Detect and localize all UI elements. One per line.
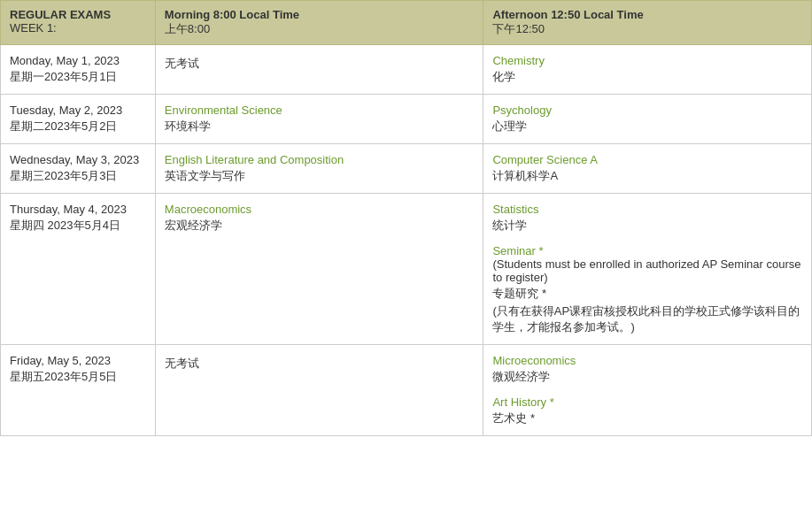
date-en: Thursday, May 4, 2023 (10, 203, 146, 216)
extra-exam-name-zh: 专题研究 * (492, 286, 802, 302)
morning-exam-cell: Environmental Science 环境科学 (155, 95, 483, 144)
afternoon-exam-name-en: Statistics (492, 203, 802, 216)
afternoon-exam-name-en: Chemistry (492, 54, 802, 67)
header-col2-line2: 上午8:00 (165, 21, 475, 37)
table-row: Friday, May 5, 2023 星期五2023年5月5日 无考试 Mic… (1, 345, 812, 436)
afternoon-exam-name-en: Microeconomics (492, 354, 802, 367)
afternoon-exam-cell: Psychology 心理学 (483, 95, 812, 144)
afternoon-exam-name-zh: 心理学 (492, 119, 802, 134)
afternoon-exam-cell: Statistics 统计学 Seminar * (Students must … (483, 194, 812, 345)
morning-exam-cell: 无考试 (155, 345, 483, 436)
morning-exam-cell: Macroeconomics 宏观经济学 (155, 194, 483, 345)
afternoon-exam-name-en: Computer Science A (492, 153, 802, 166)
extra-exam-block: Seminar * (Students must be enrolled in … (492, 244, 802, 335)
afternoon-exam-name-en: Psychology (492, 104, 802, 117)
table-row: Monday, May 1, 2023 星期一2023年5月1日 无考试 Che… (1, 45, 812, 95)
table-row: Tuesday, May 2, 2023 星期二2023年5月2日 Enviro… (1, 95, 812, 144)
morning-exam-name-en: Environmental Science (165, 104, 475, 117)
table-row: Thursday, May 4, 2023 星期四 2023年5月4日 Macr… (1, 194, 812, 345)
date-cell: Wednesday, May 3, 2023 星期三2023年5月3日 (1, 144, 156, 194)
date-zh: 星期一2023年5月1日 (10, 69, 146, 85)
header-col3-line1: Afternoon 12:50 Local Time (492, 8, 643, 21)
afternoon-exam-name-zh: 计算机科学A (492, 168, 802, 184)
header-row: REGULAR EXAMS WEEK 1: Morning 8:00 Local… (1, 1, 812, 45)
header-col2-line1: Morning 8:00 Local Time (165, 8, 299, 21)
header-col1-line1: REGULAR EXAMS (10, 8, 111, 21)
date-zh: 星期五2023年5月5日 (10, 369, 146, 385)
extra-exam-block: Art History * 艺术史 * (492, 395, 802, 426)
morning-exam-name-zh: 环境科学 (165, 119, 475, 134)
morning-exam-cell: English Literature and Composition 英语文学与… (155, 144, 483, 194)
morning-exam-name-en: English Literature and Composition (165, 153, 475, 166)
morning-exam-name-en: Macroeconomics (165, 203, 475, 216)
afternoon-exam-cell: Chemistry 化学 (483, 45, 812, 95)
no-exam-zh: 无考试 (165, 56, 475, 72)
afternoon-exam-cell: Microeconomics 微观经济学 Art History * 艺术史 * (483, 345, 812, 436)
afternoon-exam-cell: Computer Science A 计算机科学A (483, 144, 812, 194)
date-en: Monday, May 1, 2023 (10, 54, 146, 67)
table-row: Wednesday, May 3, 2023 星期三2023年5月3日 Engl… (1, 144, 812, 194)
extra-exam-name-zh: 艺术史 * (492, 411, 802, 426)
extra-exam-name-en: Art History * (492, 395, 802, 409)
date-zh: 星期四 2023年5月4日 (10, 218, 146, 234)
morning-exam-name-zh: 宏观经济学 (165, 218, 475, 234)
extra-exam-note-en: (Students must be enrolled in authorized… (492, 257, 802, 284)
extra-exam-name-en: Seminar * (492, 244, 802, 257)
afternoon-exam-name-zh: 微观经济学 (492, 369, 802, 385)
date-cell: Thursday, May 4, 2023 星期四 2023年5月4日 (1, 194, 156, 345)
morning-exam-name-zh: 英语文学与写作 (165, 168, 475, 184)
date-cell: Monday, May 1, 2023 星期一2023年5月1日 (1, 45, 156, 95)
header-col1-line2: WEEK 1: (10, 21, 146, 35)
no-exam-zh: 无考试 (165, 356, 475, 372)
header-col2: Morning 8:00 Local Time 上午8:00 (155, 1, 483, 45)
afternoon-exam-name-zh: 统计学 (492, 218, 802, 234)
schedule-table: REGULAR EXAMS WEEK 1: Morning 8:00 Local… (0, 0, 812, 436)
date-cell: Friday, May 5, 2023 星期五2023年5月5日 (1, 345, 156, 436)
afternoon-exam-name-zh: 化学 (492, 69, 802, 85)
date-zh: 星期三2023年5月3日 (10, 168, 146, 184)
header-col3-line2: 下午12:50 (492, 21, 802, 37)
date-en: Wednesday, May 3, 2023 (10, 153, 146, 166)
date-en: Friday, May 5, 2023 (10, 354, 146, 367)
morning-exam-cell: 无考试 (155, 45, 483, 95)
header-col3: Afternoon 12:50 Local Time 下午12:50 (483, 1, 812, 45)
extra-exam-note-zh: (只有在获得AP课程宙核授权此科目的学校正式修学该科目的学生，才能报名参加考试。… (492, 303, 802, 335)
header-col1: REGULAR EXAMS WEEK 1: (1, 1, 156, 45)
date-zh: 星期二2023年5月2日 (10, 119, 146, 134)
date-cell: Tuesday, May 2, 2023 星期二2023年5月2日 (1, 95, 156, 144)
date-en: Tuesday, May 2, 2023 (10, 104, 146, 117)
